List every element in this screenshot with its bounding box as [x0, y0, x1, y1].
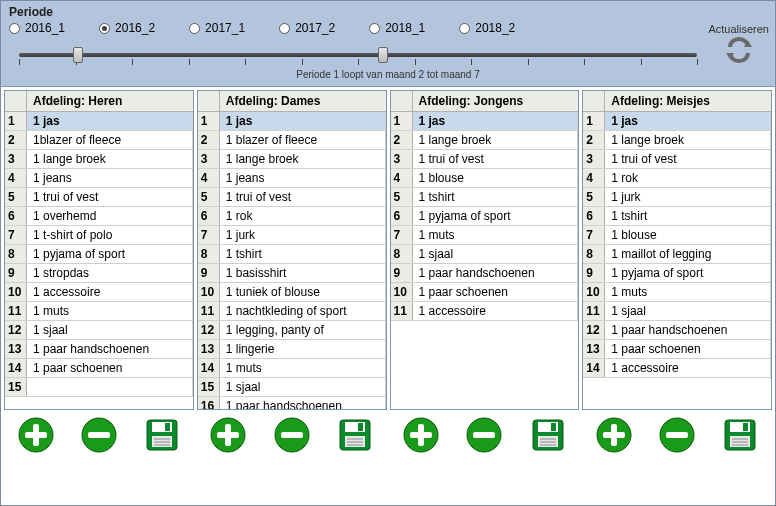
table-row[interactable]: 51 tshirt [391, 188, 579, 207]
row-value[interactable]: 1 overhemd [27, 207, 193, 225]
table-row[interactable]: 31 trui of vest [583, 150, 771, 169]
column-header[interactable]: Afdeling: Jongens [413, 91, 579, 112]
refresh-icon[interactable] [708, 37, 769, 65]
table-row[interactable]: 11 jas [198, 112, 386, 131]
table-row[interactable]: 91 paar handschoenen [391, 264, 579, 283]
table-row[interactable]: 51 jurk [583, 188, 771, 207]
row-value[interactable]: 1 jas [605, 112, 771, 130]
row-value[interactable]: 1blazer of fleece [27, 131, 193, 149]
row-value[interactable]: 1 tshirt [605, 207, 771, 225]
add-button[interactable] [402, 416, 440, 457]
row-value[interactable]: 1 sjaal [27, 321, 193, 339]
slider-thumb-low[interactable] [73, 47, 83, 63]
periode-slider[interactable] [19, 45, 697, 67]
table-row[interactable]: 81 maillot of legging [583, 245, 771, 264]
row-value[interactable]: 1 jeans [220, 169, 386, 187]
table-row[interactable]: 111 muts [5, 302, 193, 321]
table-row[interactable]: 111 accessoire [391, 302, 579, 321]
table-row[interactable]: 51 trui of vest [198, 188, 386, 207]
table-row[interactable]: 61 rok [198, 207, 386, 226]
row-value[interactable]: 1 lange broek [605, 131, 771, 149]
table-row[interactable]: 11 jas [391, 112, 579, 131]
row-value[interactable]: 1 nachtkleding of sport [220, 302, 386, 320]
row-value[interactable]: 1 lange broek [220, 150, 386, 168]
grid-body[interactable]: 11 jas21blazer of fleece31 lange broek41… [5, 112, 193, 409]
row-value[interactable]: 1 jeans [27, 169, 193, 187]
periode-radio-2018_2[interactable]: 2018_2 [459, 21, 515, 35]
table-row[interactable]: 91 basisshirt [198, 264, 386, 283]
periode-radio-2017_2[interactable]: 2017_2 [279, 21, 335, 35]
table-row[interactable]: 91 pyjama of sport [583, 264, 771, 283]
grid-body[interactable]: 11 jas21 lange broek31 trui of vest41 ro… [583, 112, 771, 409]
row-value[interactable]: 1 paar schoenen [27, 359, 193, 377]
save-button[interactable] [721, 416, 759, 457]
periode-radio-2016_2[interactable]: 2016_2 [99, 21, 155, 35]
table-row[interactable]: 121 paar handschoenen [583, 321, 771, 340]
row-value[interactable]: 1 tshirt [413, 188, 579, 206]
periode-radio-2018_1[interactable]: 2018_1 [369, 21, 425, 35]
periode-radio-2017_1[interactable]: 2017_1 [189, 21, 245, 35]
table-row[interactable]: 11 jas [583, 112, 771, 131]
row-value[interactable]: 1 pyjama of sport [27, 245, 193, 263]
row-value[interactable]: 1 sjaal [220, 378, 386, 396]
column-header[interactable]: Afdeling: Heren [27, 91, 193, 112]
table-row[interactable]: 15 [5, 378, 193, 397]
remove-button[interactable] [80, 416, 118, 457]
row-value[interactable]: 1 accessoire [27, 283, 193, 301]
row-value[interactable]: 1 tuniek of blouse [220, 283, 386, 301]
save-button[interactable] [336, 416, 374, 457]
table-row[interactable]: 141 accessoire [583, 359, 771, 378]
table-row[interactable]: 41 blouse [391, 169, 579, 188]
slider-thumb-high[interactable] [378, 47, 388, 63]
table-row[interactable]: 81 sjaal [391, 245, 579, 264]
table-row[interactable]: 101 accessoire [5, 283, 193, 302]
row-value[interactable]: 1 rok [605, 169, 771, 187]
row-value[interactable]: 1 paar handschoenen [220, 397, 386, 409]
row-value[interactable]: 1 blouse [605, 226, 771, 244]
row-value[interactable]: 1 paar schoenen [413, 283, 579, 301]
row-value[interactable]: 1 blazer of fleece [220, 131, 386, 149]
row-value[interactable]: 1 jas [220, 112, 386, 130]
row-value[interactable]: 1 accessoire [605, 359, 771, 377]
row-value[interactable]: 1 paar handschoenen [605, 321, 771, 339]
table-row[interactable]: 131 paar handschoenen [5, 340, 193, 359]
row-value[interactable]: 1 tshirt [220, 245, 386, 263]
remove-button[interactable] [273, 416, 311, 457]
table-row[interactable]: 111 sjaal [583, 302, 771, 321]
row-value[interactable]: 1 t-shirt of polo [27, 226, 193, 244]
row-value[interactable]: 1 trui of vest [27, 188, 193, 206]
row-value[interactable]: 1 muts [605, 283, 771, 301]
row-value[interactable]: 1 sjaal [605, 302, 771, 320]
table-row[interactable]: 31 lange broek [198, 150, 386, 169]
row-value[interactable]: 1 trui of vest [220, 188, 386, 206]
table-row[interactable]: 131 lingerie [198, 340, 386, 359]
table-row[interactable]: 61 tshirt [583, 207, 771, 226]
table-row[interactable]: 11 jas [5, 112, 193, 131]
table-row[interactable]: 141 muts [198, 359, 386, 378]
row-value[interactable]: 1 paar schoenen [605, 340, 771, 358]
table-row[interactable]: 91 stropdas [5, 264, 193, 283]
table-row[interactable]: 71 blouse [583, 226, 771, 245]
grid-body[interactable]: 11 jas21 lange broek31 trui of vest41 bl… [391, 112, 579, 409]
grid-body[interactable]: 11 jas21 blazer of fleece31 lange broek4… [198, 112, 386, 409]
periode-radio-2016_1[interactable]: 2016_1 [9, 21, 65, 35]
add-button[interactable] [595, 416, 633, 457]
table-row[interactable]: 121 legging, panty of [198, 321, 386, 340]
table-row[interactable]: 71 jurk [198, 226, 386, 245]
row-value[interactable]: 1 pyjama of sport [605, 264, 771, 282]
row-value[interactable]: 1 trui of vest [413, 150, 579, 168]
table-row[interactable]: 21 lange broek [391, 131, 579, 150]
table-row[interactable]: 41 jeans [5, 169, 193, 188]
row-value[interactable]: 1 accessoire [413, 302, 579, 320]
row-value[interactable] [27, 378, 193, 396]
row-value[interactable]: 1 blouse [413, 169, 579, 187]
table-row[interactable]: 101 paar schoenen [391, 283, 579, 302]
column-header[interactable]: Afdeling: Meisjes [605, 91, 771, 112]
row-value[interactable]: 1 basisshirt [220, 264, 386, 282]
save-button[interactable] [529, 416, 567, 457]
table-row[interactable]: 51 trui of vest [5, 188, 193, 207]
table-row[interactable]: 31 lange broek [5, 150, 193, 169]
table-row[interactable]: 41 jeans [198, 169, 386, 188]
table-row[interactable]: 21 blazer of fleece [198, 131, 386, 150]
table-row[interactable]: 161 paar handschoenen [198, 397, 386, 409]
